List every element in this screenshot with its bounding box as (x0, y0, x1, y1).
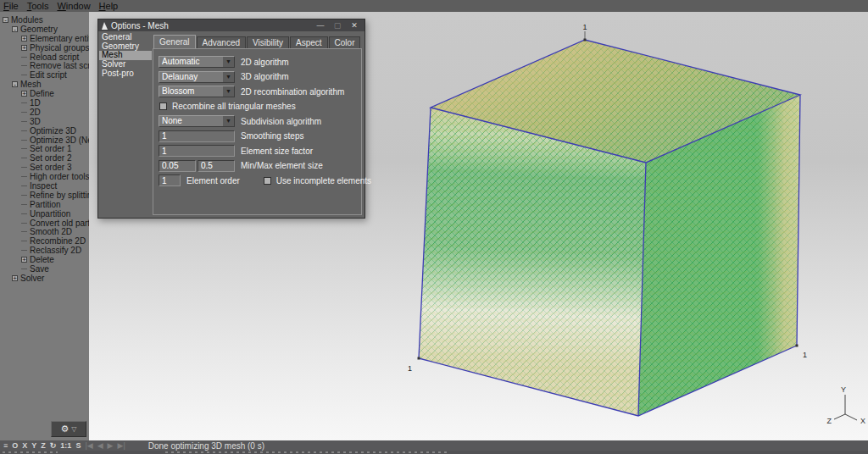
collapse-icon[interactable]: - (12, 26, 18, 32)
gmsh-logo-icon (102, 22, 108, 30)
model-browser-icon[interactable]: ≡ (3, 441, 8, 451)
tree-item-high-order-tools[interactable]: High order tools (0, 172, 89, 181)
tree-item-recombine-2d[interactable]: Recombine 2D (0, 236, 89, 246)
collapse-icon[interactable]: - (12, 81, 18, 87)
collapse-icon[interactable]: - (3, 17, 8, 23)
tree-item-partition[interactable]: Partition (0, 200, 89, 209)
menu-item-help[interactable]: Help (99, 1, 119, 11)
tree-item-1d[interactable]: 1D (0, 98, 89, 108)
expand-icon[interactable]: + (21, 91, 27, 97)
tree-item-modules[interactable]: -Modules (0, 15, 89, 25)
menu-item-window[interactable]: Window (57, 1, 90, 11)
tree-item-label: Reclassify 2D (30, 246, 81, 255)
status-s-button[interactable]: S (75, 441, 81, 451)
incomplete-elements-checkbox[interactable] (264, 177, 271, 185)
tree-item-smooth-2d[interactable]: Smooth 2D (0, 227, 89, 236)
tree-item-optimize-3d[interactable]: Optimize 3D (0, 126, 89, 136)
tab-aspect[interactable]: Aspect (290, 36, 328, 49)
tree-branch-line (21, 250, 27, 251)
tree-branch-line (21, 65, 27, 66)
tree-item-save[interactable]: Save (0, 264, 89, 274)
z-view-button[interactable]: Z (41, 441, 46, 451)
algo2d-select[interactable]: Automatic ▼ (159, 56, 235, 68)
ortho-projection-button[interactable]: O (12, 441, 18, 451)
rotate-view-button[interactable]: ↻ (50, 441, 57, 451)
algo3d-value: Delaunay (159, 72, 223, 82)
tree-item-delete[interactable]: +Delete (0, 255, 89, 264)
tree-item-label: Elementary entit (30, 34, 89, 43)
tree-item-reload-script[interactable]: Reload script (0, 53, 89, 62)
tree-item-inspect[interactable]: Inspect (0, 181, 89, 191)
recombine-all-checkbox[interactable] (159, 102, 167, 110)
options-dialog: Options - Mesh — ▢ ✕ GeneralGeometryMesh… (97, 19, 365, 219)
tree-item-edit-script[interactable]: Edit script (0, 70, 89, 80)
tab-color[interactable]: Color (329, 36, 361, 49)
size-factor-row: Element size factor (159, 145, 356, 157)
tree-item-optimize-3d-ne[interactable]: Optimize 3D (Ne (0, 136, 89, 145)
player-forward-button[interactable]: ▶ (108, 441, 114, 451)
gear-menu-button[interactable]: ⚙ ▽ (51, 421, 86, 437)
minmax-size-label: Min/Max element size (241, 161, 323, 170)
algo2d-row: Automatic ▼ 2D algorithm (159, 56, 356, 68)
tree-branch-line (21, 121, 27, 122)
tab-visibility[interactable]: Visibility (247, 36, 289, 49)
expand-icon[interactable]: + (21, 45, 27, 51)
tree-item-set-order-1[interactable]: Set order 1 (0, 144, 89, 153)
expand-icon[interactable]: + (21, 257, 27, 263)
player-rewind-button[interactable]: |◀ (85, 441, 92, 451)
tree-item-mesh[interactable]: -Mesh (0, 80, 89, 89)
tree-item-2d[interactable]: 2D (0, 108, 89, 117)
gear-icon: ⚙ (60, 424, 69, 434)
tree-item-3d[interactable]: 3D (0, 117, 89, 126)
max-element-size-input[interactable] (198, 160, 235, 172)
algo3d-label: 3D algorithm (241, 72, 289, 81)
algo3d-row: Delaunay ▼ 3D algorithm (159, 71, 356, 83)
tree-item-label: Reload script (30, 53, 79, 62)
tree-item-label: Mesh (20, 80, 41, 89)
tree-item-geometry[interactable]: -Geometry (0, 25, 89, 34)
tree-item-set-order-2[interactable]: Set order 2 (0, 153, 89, 163)
expand-icon[interactable]: + (12, 275, 18, 281)
vertex-point (796, 345, 798, 347)
tree-item-unpartition[interactable]: Unpartition (0, 209, 89, 219)
tree-item-elementary-entit[interactable]: +Elementary entit (0, 34, 89, 43)
x-view-button[interactable]: X (22, 441, 27, 451)
options-category-post-pro[interactable]: Post-pro (99, 69, 152, 79)
algo3d-select[interactable]: Delaunay ▼ (159, 71, 235, 83)
tab-advanced[interactable]: Advanced (197, 36, 246, 49)
tree-branch-line (21, 185, 27, 186)
subdivision-select[interactable]: None ▼ (159, 115, 235, 127)
tree-item-define[interactable]: +Define (0, 89, 89, 98)
player-back-button[interactable]: ◀ (97, 441, 103, 451)
tree-item-refine-by-splittir[interactable]: Refine by splittir (0, 191, 89, 200)
expand-icon[interactable]: + (21, 36, 27, 42)
menu-item-file[interactable]: File (3, 1, 19, 11)
player-end-button[interactable]: ▶| (118, 441, 125, 451)
tree-item-physical-groups[interactable]: +Physical groups (0, 43, 89, 53)
tree-branch-line (21, 195, 27, 196)
maximize-button[interactable]: ▢ (331, 21, 344, 30)
close-button[interactable]: ✕ (348, 21, 361, 30)
tree-item-set-order-3[interactable]: Set order 3 (0, 163, 89, 172)
tree-item-label: Set order 1 (30, 144, 71, 153)
one-to-one-zoom-button[interactable]: 1:1 (60, 441, 71, 451)
element-order-input[interactable] (159, 174, 181, 186)
tab-general[interactable]: General (153, 35, 196, 49)
tree-branch-line (21, 269, 27, 269)
y-view-button[interactable]: Y (31, 441, 36, 451)
tree-item-remove-last-scr[interactable]: Remove last scr (0, 61, 89, 70)
menu-item-tools[interactable]: Tools (27, 1, 49, 11)
tree-item-convert-old-part[interactable]: Convert old part (0, 219, 89, 228)
tree-item-solver[interactable]: +Solver (0, 274, 89, 283)
recombination-select[interactable]: Blossom ▼ (159, 86, 235, 97)
min-element-size-input[interactable] (159, 160, 196, 172)
minimize-button[interactable]: — (314, 21, 327, 30)
axis-y-label: Y (841, 385, 846, 394)
dialog-titlebar[interactable]: Options - Mesh — ▢ ✕ (98, 19, 364, 31)
subdivision-label: Subdivision algorithm (241, 117, 321, 126)
console-line-partial (0, 451, 868, 454)
tree-item-reclassify-2d[interactable]: Reclassify 2D (0, 246, 89, 255)
element-size-factor-input[interactable] (159, 145, 235, 157)
tree-item-label: Partition (30, 200, 61, 209)
smoothing-steps-input[interactable] (159, 130, 235, 142)
